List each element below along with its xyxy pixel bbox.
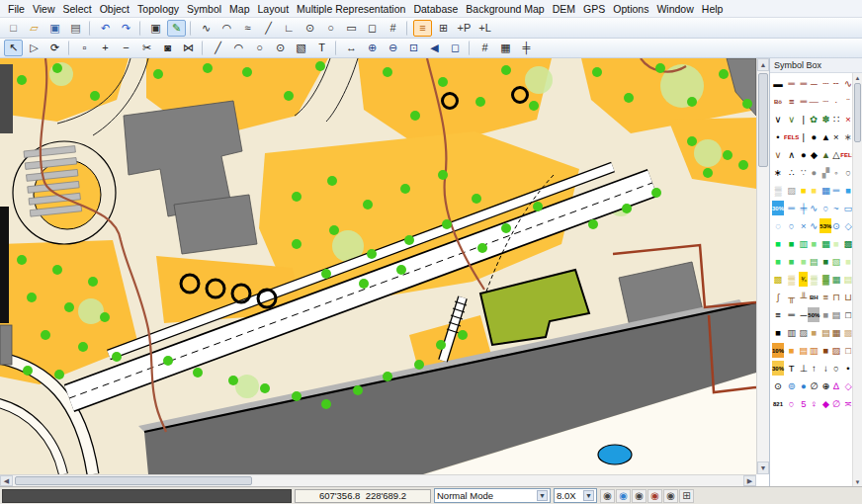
ellipse-tool-icon[interactable]: ⊙ xyxy=(301,20,319,37)
symbol-cell[interactable]: ● xyxy=(799,378,808,393)
cut-hole-icon[interactable]: ◙ xyxy=(158,40,177,56)
symbol-cell[interactable]: ▤ xyxy=(799,343,808,358)
symbol-cell[interactable]: ∴ xyxy=(784,165,799,180)
symbol-cell[interactable]: — xyxy=(808,94,819,109)
symbol-cell[interactable]: ▦ xyxy=(819,183,831,198)
circle-tool-icon[interactable]: ○ xyxy=(321,20,340,37)
symbol-cell[interactable]: ⊙ xyxy=(831,218,840,233)
symbol-cell[interactable]: ▦ xyxy=(831,325,840,340)
view-grid-icon[interactable]: ⊞ xyxy=(679,489,694,503)
symbol-cell[interactable]: ■ xyxy=(808,183,819,198)
symbol-cell[interactable]: ▨ xyxy=(799,325,808,340)
menu-item[interactable]: File xyxy=(4,2,29,16)
save-icon[interactable]: ▣ xyxy=(45,20,64,37)
numeric-mode-icon[interactable]: # xyxy=(384,20,402,37)
menu-item[interactable]: Window xyxy=(652,2,697,16)
delete-vertex-icon[interactable]: − xyxy=(117,40,135,56)
symbol-cell[interactable]: ─ xyxy=(799,307,808,322)
symbol-cell[interactable]: ■ xyxy=(808,325,819,340)
symbol-cell[interactable]: ● xyxy=(799,147,808,162)
curve-object-icon[interactable]: ◠ xyxy=(229,40,248,56)
separator[interactable]: | xyxy=(139,21,142,36)
symbol-cell[interactable]: ⊙ xyxy=(772,378,784,393)
chevron-down-icon[interactable]: ▼ xyxy=(583,490,594,501)
symbol-cell[interactable]: ≡ xyxy=(772,307,784,322)
mode-select[interactable]: Normal Mode ▼ xyxy=(434,488,551,503)
view-mode-1-icon[interactable]: ◉ xyxy=(600,489,615,503)
print-icon[interactable]: ▤ xyxy=(66,20,85,37)
symbol-cell[interactable]: · xyxy=(831,94,840,109)
symbol-cell[interactable]: 821 xyxy=(772,396,784,411)
symbol-cell[interactable]: ◦ xyxy=(831,165,840,180)
symbol-cell[interactable]: ▩ xyxy=(772,272,784,287)
symbol-cell[interactable]: 30% xyxy=(772,201,784,215)
symbol-cell[interactable]: ∅ xyxy=(808,378,819,393)
circle-object-icon[interactable]: ○ xyxy=(250,40,269,56)
zoom-entire-icon[interactable]: ◻ xyxy=(446,40,465,56)
symbol-cell[interactable]: 5 xyxy=(799,396,808,411)
symbol-cell[interactable]: ∨ xyxy=(784,112,799,126)
symbol-cell[interactable]: ∧ xyxy=(784,147,799,162)
symbol-cell[interactable]: ▦ xyxy=(831,272,840,287)
rectangle-tool-icon[interactable]: ▭ xyxy=(342,20,361,37)
symbol-cell[interactable]: ▲ xyxy=(819,147,831,162)
add-line-icon[interactable]: +L xyxy=(475,20,494,37)
menu-item[interactable]: Topology xyxy=(133,2,183,16)
symbol-cell[interactable]: ┈ xyxy=(819,94,831,109)
symbol-cell[interactable]: ↑ xyxy=(808,361,819,376)
hatch-areas-icon[interactable]: ▦ xyxy=(496,40,515,56)
map-canvas[interactable]: ▲ ▼ ◀ ▶ xyxy=(0,58,769,486)
symbol-scroll-down-icon[interactable]: ▼ xyxy=(853,477,862,486)
zoom-box-icon[interactable]: ▣ xyxy=(146,20,165,37)
symbol-cell[interactable]: ╥ xyxy=(784,290,799,304)
symbol-cell[interactable]: ■ xyxy=(784,236,799,251)
separator[interactable]: | xyxy=(89,21,92,36)
zoom-window-icon[interactable]: ⊡ xyxy=(404,40,423,56)
symbol-cell[interactable]: ▬ xyxy=(772,76,784,91)
symbol-cell[interactable]: Bö xyxy=(772,94,784,109)
symbol-cell[interactable]: ─ xyxy=(808,76,819,91)
symbol-cell[interactable]: ◆ xyxy=(819,396,831,411)
symbol-cell[interactable]: ■ xyxy=(772,325,784,340)
symbol-cell[interactable]: ○ xyxy=(819,201,831,215)
merge-objects-icon[interactable]: ⋈ xyxy=(179,40,198,56)
corner-tool-icon[interactable]: ∟ xyxy=(280,20,299,37)
line-object-icon[interactable]: ╱ xyxy=(209,40,227,56)
bezier-tool-icon[interactable]: ◠ xyxy=(217,20,236,37)
area-fill-icon[interactable]: ▧ xyxy=(292,40,310,56)
symbol-cell[interactable]: ∫ xyxy=(772,290,784,304)
select-edit-arrow-icon[interactable]: ↖ xyxy=(4,40,23,56)
scroll-right-arrow-icon[interactable]: ▶ xyxy=(743,475,756,486)
zoom-select[interactable]: 8.0X ▼ xyxy=(554,488,597,503)
symbol-cell[interactable]: ▨ xyxy=(831,343,840,358)
menu-item[interactable]: Options xyxy=(609,2,652,16)
symbol-cell[interactable]: ▞ xyxy=(819,165,831,180)
vertical-scrollbar[interactable]: ▲ ▼ xyxy=(756,58,769,474)
symbol-cell[interactable]: ▤ xyxy=(819,325,831,340)
symbol-cell[interactable]: ■ xyxy=(831,236,840,251)
symbol-cell[interactable]: ■ xyxy=(784,343,799,358)
separator[interactable]: | xyxy=(335,41,338,55)
symbol-cell[interactable]: BH xyxy=(808,290,819,304)
scroll-up-arrow-icon[interactable]: ▲ xyxy=(757,58,769,71)
symbol-cell[interactable]: ■ xyxy=(772,254,784,269)
symbol-cell[interactable]: ■ xyxy=(808,236,819,251)
separator[interactable]: | xyxy=(469,41,472,55)
scroll-down-arrow-icon[interactable]: ▼ xyxy=(757,462,769,474)
add-point-icon[interactable]: +P xyxy=(455,20,474,37)
symbol-cell[interactable]: ● xyxy=(808,129,819,144)
freehand-tool-icon[interactable]: ≈ xyxy=(238,20,257,37)
draw-mode-pencil-icon[interactable]: ✎ xyxy=(167,20,186,37)
straight-line-tool-icon[interactable]: ╱ xyxy=(259,20,278,37)
symbol-cell[interactable]: ■ xyxy=(819,307,831,322)
cut-object-icon[interactable]: ✂ xyxy=(137,40,156,56)
curve-tool-icon[interactable]: ∿ xyxy=(197,20,216,37)
view-mode-2-icon[interactable]: ◉ xyxy=(616,489,631,503)
symbol-cell[interactable]: ○ xyxy=(784,396,799,411)
menu-item[interactable]: Select xyxy=(59,2,96,16)
menu-item[interactable]: GPS xyxy=(579,2,609,16)
symbol-cell[interactable]: ≡ xyxy=(819,290,831,304)
symbol-cell[interactable]: ═ xyxy=(784,201,799,215)
symbol-cell[interactable]: ~ xyxy=(831,201,840,215)
zoom-in-icon[interactable]: ⊕ xyxy=(363,40,382,56)
